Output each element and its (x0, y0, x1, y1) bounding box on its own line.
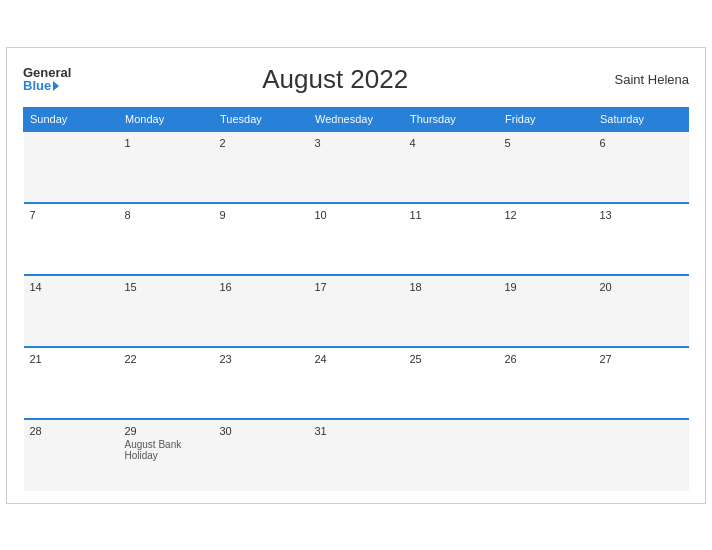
day-number: 7 (30, 209, 113, 221)
logo-blue-text: Blue (23, 79, 71, 92)
logo: General Blue (23, 66, 71, 92)
day-number: 6 (600, 137, 683, 149)
calendar-cell: 21 (24, 347, 119, 419)
day-number: 25 (410, 353, 493, 365)
calendar-cell (499, 419, 594, 491)
calendar-cell: 11 (404, 203, 499, 275)
calendar-cell: 4 (404, 131, 499, 203)
day-number: 28 (30, 425, 113, 437)
week-row-5: 2829August Bank Holiday3031 (24, 419, 689, 491)
day-number: 4 (410, 137, 493, 149)
day-number: 12 (505, 209, 588, 221)
day-number: 9 (220, 209, 303, 221)
weekday-header-tuesday: Tuesday (214, 107, 309, 131)
day-number: 24 (315, 353, 398, 365)
day-number: 23 (220, 353, 303, 365)
week-row-3: 14151617181920 (24, 275, 689, 347)
calendar-cell (404, 419, 499, 491)
day-number: 5 (505, 137, 588, 149)
calendar-title: August 2022 (71, 64, 599, 95)
calendar-cell (24, 131, 119, 203)
calendar-cell: 15 (119, 275, 214, 347)
calendar-cell: 31 (309, 419, 404, 491)
day-number: 27 (600, 353, 683, 365)
day-number: 3 (315, 137, 398, 149)
calendar-region: Saint Helena (599, 72, 689, 87)
calendar-cell: 30 (214, 419, 309, 491)
calendar-cell: 2 (214, 131, 309, 203)
day-number: 22 (125, 353, 208, 365)
logo-triangle-icon (53, 81, 59, 91)
calendar: General Blue August 2022 Saint Helena Su… (6, 47, 706, 504)
day-number: 18 (410, 281, 493, 293)
weekday-header-row: SundayMondayTuesdayWednesdayThursdayFrid… (24, 107, 689, 131)
calendar-header: General Blue August 2022 Saint Helena (23, 64, 689, 95)
calendar-cell: 7 (24, 203, 119, 275)
day-number: 1 (125, 137, 208, 149)
calendar-cell (594, 419, 689, 491)
event-label: August Bank Holiday (125, 439, 208, 461)
calendar-cell: 3 (309, 131, 404, 203)
week-row-2: 78910111213 (24, 203, 689, 275)
calendar-cell: 14 (24, 275, 119, 347)
calendar-cell: 12 (499, 203, 594, 275)
weekday-header-thursday: Thursday (404, 107, 499, 131)
day-number: 30 (220, 425, 303, 437)
weekday-header-sunday: Sunday (24, 107, 119, 131)
calendar-cell: 25 (404, 347, 499, 419)
calendar-cell: 9 (214, 203, 309, 275)
weekday-header-wednesday: Wednesday (309, 107, 404, 131)
week-row-4: 21222324252627 (24, 347, 689, 419)
weekday-header-saturday: Saturday (594, 107, 689, 131)
day-number: 19 (505, 281, 588, 293)
calendar-cell: 23 (214, 347, 309, 419)
calendar-cell: 24 (309, 347, 404, 419)
calendar-cell: 20 (594, 275, 689, 347)
calendar-cell: 1 (119, 131, 214, 203)
calendar-cell: 22 (119, 347, 214, 419)
calendar-cell: 29August Bank Holiday (119, 419, 214, 491)
day-number: 13 (600, 209, 683, 221)
weekday-header-monday: Monday (119, 107, 214, 131)
day-number: 31 (315, 425, 398, 437)
day-number: 16 (220, 281, 303, 293)
calendar-cell: 10 (309, 203, 404, 275)
day-number: 26 (505, 353, 588, 365)
calendar-cell: 6 (594, 131, 689, 203)
week-row-1: 123456 (24, 131, 689, 203)
calendar-cell: 27 (594, 347, 689, 419)
day-number: 21 (30, 353, 113, 365)
calendar-table: SundayMondayTuesdayWednesdayThursdayFrid… (23, 107, 689, 491)
day-number: 15 (125, 281, 208, 293)
day-number: 29 (125, 425, 208, 437)
calendar-cell: 5 (499, 131, 594, 203)
calendar-cell: 8 (119, 203, 214, 275)
weekday-header-friday: Friday (499, 107, 594, 131)
day-number: 17 (315, 281, 398, 293)
calendar-cell: 16 (214, 275, 309, 347)
day-number: 20 (600, 281, 683, 293)
calendar-cell: 17 (309, 275, 404, 347)
day-number: 11 (410, 209, 493, 221)
day-number: 2 (220, 137, 303, 149)
day-number: 8 (125, 209, 208, 221)
calendar-cell: 18 (404, 275, 499, 347)
day-number: 10 (315, 209, 398, 221)
calendar-cell: 26 (499, 347, 594, 419)
calendar-cell: 28 (24, 419, 119, 491)
day-number: 14 (30, 281, 113, 293)
calendar-cell: 13 (594, 203, 689, 275)
calendar-cell: 19 (499, 275, 594, 347)
